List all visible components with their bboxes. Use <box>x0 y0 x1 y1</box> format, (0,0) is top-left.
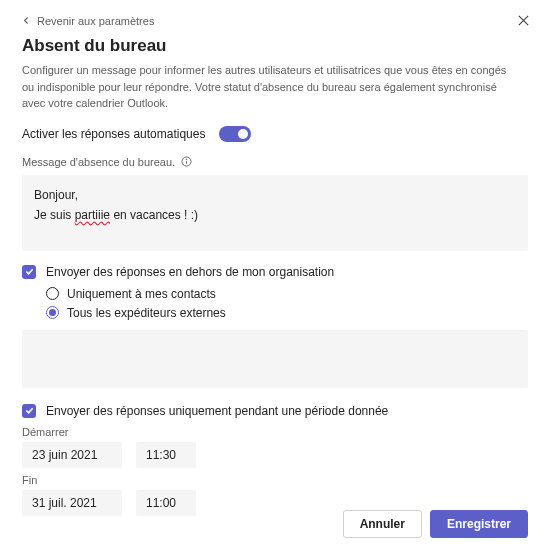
auto-replies-toggle[interactable] <box>219 126 251 142</box>
start-label: Démarrer <box>22 426 528 438</box>
back-link-label: Revenir aux paramètres <box>37 15 154 27</box>
message-greeting: Bonjour, <box>34 185 516 205</box>
radio-icon <box>46 287 59 300</box>
page-title: Absent du bureau <box>22 36 528 56</box>
end-date-input[interactable]: 31 juil. 2021 <box>22 490 122 516</box>
save-button[interactable]: Enregistrer <box>430 510 528 538</box>
cancel-button[interactable]: Annuler <box>343 510 422 538</box>
radio-all-external[interactable]: Tous les expéditeurs externes <box>46 306 528 320</box>
message-field-label: Message d'absence du bureau. <box>22 156 175 168</box>
svg-point-1 <box>186 158 187 159</box>
ooo-message-textarea[interactable]: Bonjour, Je suis partiiie en vacances ! … <box>22 175 528 251</box>
time-period-checkbox[interactable] <box>22 404 36 418</box>
radio-contacts-only[interactable]: Uniquement à mes contacts <box>46 287 528 301</box>
end-time-input[interactable]: 11:00 <box>136 490 196 516</box>
radio-contacts-only-label: Uniquement à mes contacts <box>67 287 216 301</box>
radio-icon <box>46 306 59 319</box>
chevron-left-icon <box>22 15 31 27</box>
spellcheck-error-word: partiiie <box>75 208 110 222</box>
start-time-input[interactable]: 11:30 <box>136 442 196 468</box>
close-button[interactable] <box>517 14 530 30</box>
time-period-label: Envoyer des réponses uniquement pendant … <box>46 404 388 418</box>
info-icon[interactable] <box>181 156 192 169</box>
message-body: Je suis partiiie en vacances ! :) <box>34 205 516 225</box>
external-replies-label: Envoyer des réponses en dehors de mon or… <box>46 265 334 279</box>
page-description: Configurer un message pour informer les … <box>22 62 512 112</box>
auto-replies-toggle-label: Activer les réponses automatiques <box>22 127 205 141</box>
end-label: Fin <box>22 474 528 486</box>
radio-all-external-label: Tous les expéditeurs externes <box>67 306 226 320</box>
external-message-textarea[interactable] <box>22 330 528 388</box>
external-replies-checkbox[interactable] <box>22 265 36 279</box>
start-date-input[interactable]: 23 juin 2021 <box>22 442 122 468</box>
back-to-settings-link[interactable]: Revenir aux paramètres <box>22 15 154 27</box>
